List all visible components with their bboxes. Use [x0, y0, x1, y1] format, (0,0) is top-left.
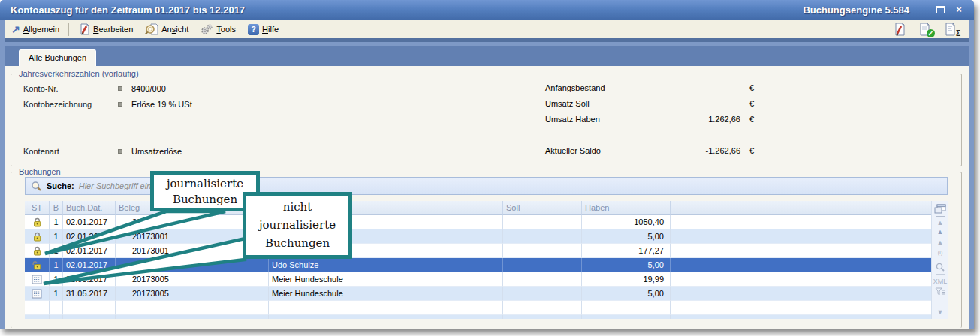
bookings-legend: Buchungen [16, 167, 64, 176]
field-umsatz-soll: Umsatz Soll € [545, 99, 770, 110]
cell-soll [503, 244, 582, 258]
callout-not-journalised: nicht journalisierte Buchungen [243, 192, 352, 259]
down-arrow-icon[interactable]: ▼ [932, 307, 948, 317]
callout-text: journalisierte [154, 176, 256, 192]
cell-haben: 177,27 [582, 244, 671, 258]
field-label: Anfangsbestand [545, 83, 605, 92]
restore-icon [936, 6, 945, 14]
cell-b: 1 [50, 258, 63, 272]
list-icon [32, 289, 42, 298]
scroll-top-icon[interactable]: ▲ [936, 216, 945, 226]
field-value: 1.262,66 [658, 115, 740, 124]
close-button[interactable]: × [953, 4, 965, 16]
cell-date: 02.01.2017 [63, 215, 116, 230]
lock-icon [32, 232, 42, 242]
search-placeholder: Hier Suchbegriff ein [79, 182, 152, 190]
menu-bearbeiten-label: Bearbeiten [93, 25, 133, 34]
menu-tools[interactable]: Tools [194, 20, 242, 38]
cell-date: 31.05.2017 [63, 272, 116, 286]
cell-filler [671, 258, 931, 272]
callout-text: journalisierte [246, 216, 348, 234]
table-row[interactable]: 1 02.01.2017 20173001 Udo Schulze 177,27 [25, 244, 931, 258]
document-check-button[interactable]: ✓ [919, 22, 933, 36]
cell-b: 1 [50, 286, 63, 301]
field-label: Umsatz Soll [545, 99, 590, 108]
cell-date: 02.01.2017 [63, 244, 116, 258]
currency-label: € [749, 146, 754, 155]
menu-ansicht[interactable]: Ansicht [139, 20, 194, 38]
field-label: Umsatz Haben [545, 115, 600, 124]
menubar: ↗ Allgemein Bearbeiten Ansicht T [5, 20, 969, 42]
magnifier-document-icon [145, 23, 158, 35]
field-value: Erlöse 19 % USt [131, 100, 192, 109]
bullet-icon [118, 102, 122, 106]
engine-version: Buchungsengine 5.584 [803, 4, 909, 16]
currency-label: € [749, 115, 754, 124]
menu-allgemein[interactable]: ↗ Allgemein [5, 20, 65, 38]
table-row[interactable]: 1 31.05.2017 20173005 Meier Hundeschule … [25, 272, 931, 286]
up-arrow-icon[interactable]: ▲ [932, 237, 948, 248]
cell-b: 1 [50, 230, 63, 244]
field-value: 8400/000 [131, 84, 166, 93]
menu-separator [68, 22, 69, 36]
toolbar-right: ✓ Σ [894, 22, 969, 36]
zoom-icon[interactable] [932, 262, 948, 272]
cell-filler [671, 230, 931, 244]
callout-text: nicht [246, 198, 348, 216]
menu-hilfe-label: Hilfe [262, 25, 279, 34]
column-chooser-icon[interactable] [934, 204, 946, 214]
filter-icon[interactable] [932, 286, 948, 297]
arrow-up-right-icon: ↗ [11, 23, 20, 35]
lock-icon [32, 218, 42, 227]
field-kontobezeichnung: Kontobezeichnung Erlöse 19 % USt [23, 99, 192, 110]
field-value: Umsatzerlöse [131, 147, 182, 156]
tab-alle-buchungen[interactable]: Alle Buchungen [19, 50, 96, 67]
cell-name: Meier Hundeschule [269, 286, 503, 301]
cell-haben: 5,00 [582, 230, 671, 244]
cell-beleg: 20173005 [116, 286, 269, 301]
currency-label: € [749, 99, 754, 108]
xml-export-icon[interactable]: XML [932, 276, 948, 286]
field-label: Aktueller Saldo [545, 146, 601, 155]
screen: Kontoauszug für den Zeitraum 01.2017 bis… [0, 0, 980, 336]
document-sum-button[interactable]: Σ [945, 22, 958, 36]
col-header-b: B [50, 201, 63, 215]
bullet-icon [118, 86, 122, 91]
cell-b: 1 [50, 272, 63, 286]
col-header-haben: Haben [582, 201, 671, 215]
restore-button[interactable] [935, 4, 947, 16]
summary-groupbox: Jahresverkehrszahlen (vorläufig) Konto-N… [11, 74, 962, 166]
col-header-date: Buch.Dat. [63, 201, 116, 215]
cell-soll [503, 272, 582, 286]
table-row[interactable]: 1 31.05.2017 20173005 Meier Hundeschule … [25, 286, 931, 301]
cell-soll [503, 215, 582, 230]
cell-soll [503, 230, 582, 244]
app-window: Kontoauszug für den Zeitraum 01.2017 bis… [0, 0, 974, 328]
cell-filler [671, 215, 931, 230]
menu-bearbeiten[interactable]: Bearbeiten [72, 20, 139, 38]
menu-tools-label: Tools [216, 25, 236, 34]
check-icon: ✓ [927, 29, 935, 38]
row-indicator-icon[interactable]: (I) [932, 248, 948, 258]
menu-ansicht-label: Ansicht [161, 25, 188, 34]
grid-button-strip: ▲ ▲ ▲ (I) XML ▼ [931, 201, 948, 319]
table-row[interactable]: 1 02.01.2017 20173001 1050,40 [25, 215, 931, 230]
table-row-selected[interactable]: 1 02.01.2017 20173002 Udo Schulze 5,00 [25, 258, 931, 272]
field-umsatz-haben: Umsatz Haben 1.262,66 € [545, 115, 770, 125]
cell-filler [671, 272, 931, 286]
document-edit-button[interactable] [894, 22, 907, 36]
cell-date: 02.01.2017 [63, 230, 116, 244]
lock-open-icon [32, 260, 42, 270]
callout-text: Buchungen [246, 234, 348, 252]
field-konto-nr: Konto-Nr. 8400/000 [23, 83, 166, 94]
cell-haben: 5,00 [582, 258, 671, 272]
table-row-empty [25, 301, 931, 315]
table-row[interactable]: 1 02.01.2017 20173001 5,00 [25, 230, 931, 244]
col-header-soll: Soll [503, 201, 582, 215]
help-icon: ? [248, 24, 259, 35]
col-header-filler [671, 201, 931, 215]
cell-filler [671, 286, 931, 301]
cell-filler [671, 244, 931, 258]
page-up-icon[interactable]: ▲ [932, 226, 948, 237]
menu-hilfe[interactable]: ? Hilfe [242, 20, 285, 38]
